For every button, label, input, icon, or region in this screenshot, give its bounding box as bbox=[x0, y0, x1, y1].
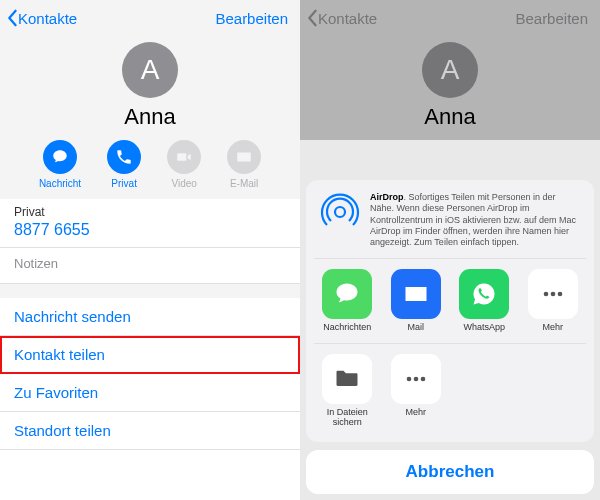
back-button-dimmed: Kontakte bbox=[306, 9, 377, 27]
avatar: A bbox=[122, 42, 178, 98]
edit-button[interactable]: Bearbeiten bbox=[215, 10, 294, 27]
contact-name: Anna bbox=[300, 104, 600, 130]
share-mail-label: Mail bbox=[385, 323, 448, 333]
messages-icon bbox=[333, 280, 361, 308]
chevron-left-icon bbox=[6, 9, 18, 27]
share-card: AirDrop. Sofortiges Teilen mit Personen … bbox=[306, 180, 594, 442]
notes-section[interactable]: Notizen bbox=[0, 248, 300, 284]
contact-header-dimmed: A Anna bbox=[300, 36, 600, 140]
mail-label: E-Mail bbox=[227, 178, 261, 189]
message-icon bbox=[51, 148, 69, 166]
avatar: A bbox=[422, 42, 478, 98]
back-label: Kontakte bbox=[318, 10, 377, 27]
contact-header: A Anna Nachricht Privat Video E-Mail bbox=[0, 36, 300, 199]
svg-point-6 bbox=[420, 377, 425, 382]
airdrop-text: AirDrop. Sofortiges Teilen mit Personen … bbox=[370, 192, 580, 248]
video-icon bbox=[175, 148, 193, 166]
airdrop-icon bbox=[320, 192, 360, 232]
share-sheet-pane: Kontakte Bearbeiten A Anna AirDrop. Sofo… bbox=[300, 0, 600, 500]
airdrop-row[interactable]: AirDrop. Sofortiges Teilen mit Personen … bbox=[314, 180, 586, 259]
mail-action: E-Mail bbox=[227, 140, 261, 189]
phone-label: Privat bbox=[14, 205, 286, 219]
svg-point-2 bbox=[550, 292, 555, 297]
more-actions[interactable]: Mehr bbox=[385, 354, 448, 428]
phone-section[interactable]: Privat 8877 6655 bbox=[0, 199, 300, 248]
svg-point-0 bbox=[335, 207, 345, 217]
back-button[interactable]: Kontakte bbox=[6, 9, 77, 27]
back-label: Kontakte bbox=[18, 10, 77, 27]
share-contact-row[interactable]: Kontakt teilen bbox=[0, 336, 300, 374]
phone-icon bbox=[115, 148, 133, 166]
svg-point-1 bbox=[543, 292, 548, 297]
chevron-left-icon bbox=[306, 9, 318, 27]
more-icon bbox=[402, 365, 430, 393]
section-gap bbox=[0, 284, 300, 298]
save-to-files-label: In Dateien sichern bbox=[316, 408, 379, 428]
svg-point-3 bbox=[557, 292, 562, 297]
whatsapp-icon bbox=[470, 280, 498, 308]
call-action[interactable]: Privat bbox=[107, 140, 141, 189]
nav-bar: Kontakte Bearbeiten bbox=[0, 0, 300, 36]
more-actions-label: Mehr bbox=[385, 408, 448, 418]
edit-button-dimmed: Bearbeiten bbox=[515, 10, 594, 27]
video-action: Video bbox=[167, 140, 201, 189]
phone-value: 8877 6655 bbox=[14, 221, 286, 239]
share-actions-row: In Dateien sichern Mehr . . bbox=[314, 344, 586, 438]
share-sheet: AirDrop. Sofortiges Teilen mit Personen … bbox=[306, 180, 594, 494]
send-message-row[interactable]: Nachricht senden bbox=[0, 298, 300, 336]
share-whatsapp[interactable]: WhatsApp bbox=[453, 269, 516, 333]
nav-bar-dimmed: Kontakte Bearbeiten bbox=[300, 0, 600, 36]
mail-app-icon bbox=[402, 280, 430, 308]
save-to-files[interactable]: In Dateien sichern bbox=[316, 354, 379, 428]
contact-detail-pane: Kontakte Bearbeiten A Anna Nachricht Pri… bbox=[0, 0, 300, 500]
share-more-apps[interactable]: Mehr bbox=[522, 269, 585, 333]
add-favorites-row[interactable]: Zu Favoriten bbox=[0, 374, 300, 412]
message-action[interactable]: Nachricht bbox=[39, 140, 81, 189]
share-location-row[interactable]: Standort teilen bbox=[0, 412, 300, 450]
share-more-apps-label: Mehr bbox=[522, 323, 585, 333]
quick-actions: Nachricht Privat Video E-Mail bbox=[0, 140, 300, 189]
share-messages-label: Nachrichten bbox=[316, 323, 379, 333]
mail-icon bbox=[235, 148, 253, 166]
share-mail[interactable]: Mail bbox=[385, 269, 448, 333]
contact-name: Anna bbox=[0, 104, 300, 130]
share-apps-row: Nachrichten Mail WhatsApp Mehr bbox=[314, 259, 586, 344]
cancel-button[interactable]: Abbrechen bbox=[306, 450, 594, 494]
more-icon bbox=[539, 280, 567, 308]
share-whatsapp-label: WhatsApp bbox=[453, 323, 516, 333]
call-label: Privat bbox=[107, 178, 141, 189]
video-label: Video bbox=[167, 178, 201, 189]
svg-point-5 bbox=[413, 377, 418, 382]
share-messages[interactable]: Nachrichten bbox=[316, 269, 379, 333]
message-label: Nachricht bbox=[39, 178, 81, 189]
svg-point-4 bbox=[406, 377, 411, 382]
folder-icon bbox=[333, 365, 361, 393]
